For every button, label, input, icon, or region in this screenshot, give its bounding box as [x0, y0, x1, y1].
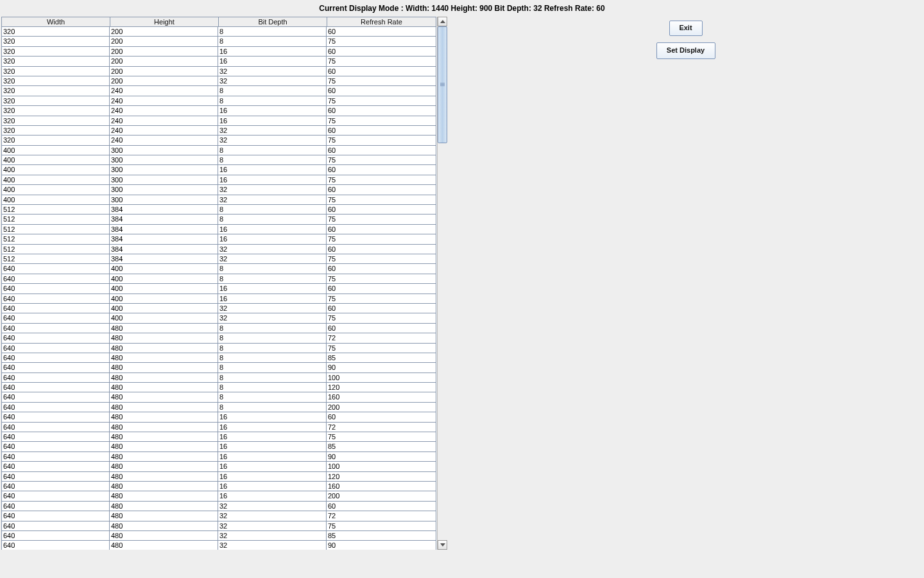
table-row[interactable]: 64048016100 [1, 462, 436, 471]
table-row[interactable]: 6404808160 [1, 392, 436, 402]
table-row[interactable]: 320240875 [1, 96, 436, 106]
column-header-bit-depth[interactable]: Bit Depth [218, 17, 327, 27]
table-cell: 8 [218, 363, 327, 372]
table-row[interactable]: 320200860 [1, 27, 436, 37]
table-row[interactable]: 4003001660 [1, 165, 436, 175]
table-cell: 400 [1, 146, 110, 155]
column-header-refresh-rate[interactable]: Refresh Rate [327, 17, 436, 27]
table-row[interactable]: 640400860 [1, 264, 436, 274]
table-cell: 640 [1, 462, 110, 471]
table-row[interactable]: 640400875 [1, 274, 436, 284]
table-cell: 60 [327, 304, 436, 313]
table-row[interactable]: 4003003260 [1, 185, 436, 195]
table-cell: 320 [1, 57, 110, 66]
table-row[interactable]: 4003001675 [1, 175, 436, 185]
table-row[interactable]: 5123841660 [1, 225, 436, 234]
table-row[interactable]: 6404808200 [1, 403, 436, 412]
table-cell: 8 [218, 274, 327, 284]
table-row[interactable]: 6404808100 [1, 373, 436, 383]
table-cell: 8 [218, 403, 327, 412]
table-cell: 60 [327, 27, 436, 37]
table-row[interactable]: 6404803290 [1, 541, 436, 550]
table-cell: 32 [218, 67, 327, 76]
table-cell: 8 [218, 86, 327, 96]
table-row[interactable]: 6404801690 [1, 452, 436, 462]
table-cell: 640 [1, 472, 110, 482]
vertical-scrollbar[interactable] [437, 17, 447, 550]
table-row[interactable]: 6404808120 [1, 383, 436, 392]
table-row[interactable]: 6404801672 [1, 423, 436, 432]
scrollbar-thumb[interactable] [438, 26, 447, 143]
table-row[interactable]: 64048016160 [1, 482, 436, 491]
table-row[interactable]: 6404801675 [1, 432, 436, 442]
column-header-height[interactable]: Height [110, 17, 218, 27]
column-header-width[interactable]: Width [1, 17, 110, 27]
table-row[interactable]: 6404803285 [1, 531, 436, 541]
table-row[interactable]: 400300860 [1, 146, 436, 155]
table-row[interactable]: 640480860 [1, 324, 436, 333]
table-row[interactable]: 3202403275 [1, 136, 436, 145]
table-row[interactable]: 6404003275 [1, 313, 436, 323]
table-body[interactable]: 3202008603202008753202001660320200167532… [1, 27, 447, 550]
table-cell: 640 [1, 294, 110, 304]
table-row[interactable]: 400300875 [1, 155, 436, 165]
table-row[interactable]: 4003003275 [1, 195, 436, 205]
table-row[interactable]: 6404801660 [1, 412, 436, 422]
table-row[interactable]: 6404001675 [1, 294, 436, 304]
table-row[interactable]: 3202401675 [1, 116, 436, 126]
table-row[interactable]: 3202401660 [1, 106, 436, 116]
table-row[interactable]: 3202001675 [1, 57, 436, 66]
table-row[interactable]: 6404803272 [1, 511, 436, 521]
table-cell: 60 [327, 86, 436, 96]
table-row[interactable]: 6404001660 [1, 284, 436, 293]
table-row[interactable]: 640480885 [1, 353, 436, 363]
scrollbar-track[interactable] [438, 26, 447, 540]
table-header: Width Height Bit Depth Refresh Rate [1, 17, 437, 27]
table-row[interactable]: 640480890 [1, 363, 436, 372]
table-cell: 640 [1, 392, 110, 402]
table-row[interactable]: 320240860 [1, 86, 436, 96]
table-row[interactable]: 3202403260 [1, 126, 436, 136]
exit-button[interactable]: Exit [669, 21, 703, 36]
scroll-up-button[interactable] [438, 17, 447, 26]
table-row[interactable]: 640480875 [1, 344, 436, 353]
scroll-down-button[interactable] [438, 540, 447, 550]
table-cell: 8 [218, 155, 327, 165]
table-row[interactable]: 320200875 [1, 37, 436, 46]
table-row[interactable]: 6404803275 [1, 521, 436, 531]
table-cell: 75 [327, 432, 436, 442]
table-row[interactable]: 3202003275 [1, 76, 436, 86]
table-cell: 16 [218, 165, 327, 175]
table-cell: 16 [218, 284, 327, 293]
table-row[interactable]: 640480872 [1, 333, 436, 343]
table-cell: 384 [110, 245, 218, 254]
table-cell: 75 [327, 234, 436, 244]
table-cell: 200 [327, 403, 436, 412]
table-row[interactable]: 3202001660 [1, 47, 436, 57]
table-cell: 320 [1, 106, 110, 116]
table-cell: 75 [327, 76, 436, 86]
table-row[interactable]: 512384860 [1, 205, 436, 215]
table-row[interactable]: 6404003260 [1, 304, 436, 313]
table-row[interactable]: 6404803260 [1, 502, 436, 511]
table-row[interactable]: 64048016200 [1, 491, 436, 501]
table-cell: 8 [218, 27, 327, 37]
table-cell: 8 [218, 146, 327, 155]
table-cell: 16 [218, 442, 327, 451]
table-row[interactable]: 64048016120 [1, 472, 436, 482]
table-cell: 400 [1, 195, 110, 205]
table-row[interactable]: 512384875 [1, 215, 436, 224]
set-display-button[interactable]: Set Display [656, 42, 715, 59]
table-cell: 300 [110, 185, 218, 195]
table-cell: 85 [327, 442, 436, 451]
table-row[interactable]: 5123843275 [1, 254, 436, 264]
table-cell: 32 [218, 126, 327, 136]
table-cell: 512 [1, 254, 110, 264]
table-cell: 75 [327, 195, 436, 205]
table-row[interactable]: 5123843260 [1, 245, 436, 254]
table-row[interactable]: 5123841675 [1, 234, 436, 244]
table-cell: 400 [110, 264, 218, 274]
table-row[interactable]: 6404801685 [1, 442, 436, 451]
table-row[interactable]: 3202003260 [1, 67, 436, 76]
table-cell: 16 [218, 57, 327, 66]
